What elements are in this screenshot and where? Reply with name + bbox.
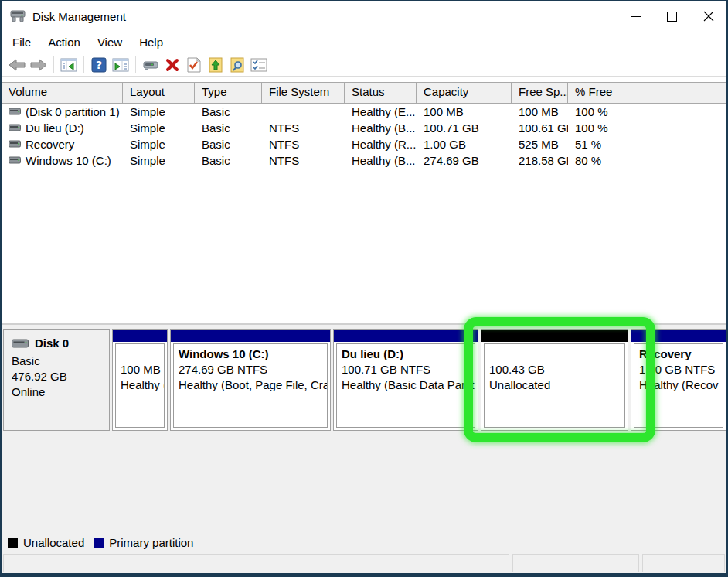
partition-name xyxy=(121,347,164,362)
legend-item-unallocated: Unallocated xyxy=(8,536,84,549)
volume-list-pane: Volume Layout Type File System Status Ca… xyxy=(2,76,726,324)
column-header-capacity[interactable]: Capacity xyxy=(417,83,512,103)
partition-status: Unallocated xyxy=(489,377,624,393)
partition-name xyxy=(489,347,624,362)
toolbar: ? xyxy=(2,53,726,77)
cell-capacity: 1.00 GB xyxy=(417,138,512,151)
folder-up-icon[interactable] xyxy=(206,56,226,74)
legend-label: Primary partition xyxy=(109,536,193,549)
volume-icon xyxy=(9,108,21,116)
partition-size: 100 MB xyxy=(121,362,164,377)
primary-partition-band xyxy=(113,330,167,342)
volume-name: Recovery xyxy=(26,138,74,151)
action-pane-icon[interactable] xyxy=(111,56,131,74)
cell-free-space: 100 MB xyxy=(512,105,568,118)
partition-name: Du lieu (D:) xyxy=(342,347,475,362)
unallocated-swatch xyxy=(8,538,18,548)
cell-capacity: 100.71 GB xyxy=(417,121,512,135)
cell-pct-free: 80 % xyxy=(568,154,662,167)
table-row[interactable]: Recovery Simple Basic NTFS Healthy (R...… xyxy=(2,136,726,152)
cell-pct-free: 100 % xyxy=(568,105,662,118)
title-bar: Disk Management xyxy=(2,1,726,32)
primary-partition-band xyxy=(171,330,330,342)
toolbar-separator xyxy=(83,56,84,73)
status-segment xyxy=(512,554,639,572)
cell-layout: Simple xyxy=(123,154,195,167)
minimize-icon xyxy=(631,16,641,17)
delete-icon[interactable] xyxy=(162,56,182,74)
column-header-volume[interactable]: Volume xyxy=(2,83,123,103)
console-tree-icon[interactable] xyxy=(59,56,79,74)
disk-name: Disk 0 xyxy=(35,336,69,351)
close-icon xyxy=(703,11,714,22)
menu-view[interactable]: View xyxy=(89,33,131,51)
maximize-button[interactable] xyxy=(654,1,690,32)
cell-status: Healthy (B... xyxy=(345,154,417,167)
partition-size: 274.69 GB NTFS xyxy=(179,362,327,377)
back-icon[interactable] xyxy=(7,56,27,74)
primary-partition-swatch xyxy=(94,538,104,548)
table-row[interactable]: Du lieu (D:) Simple Basic NTFS Healthy (… xyxy=(2,120,726,136)
volume-icon xyxy=(9,156,21,165)
cell-free-space: 100.61 GB xyxy=(512,121,568,135)
toolbar-separator xyxy=(135,56,136,73)
column-header-status[interactable]: Status xyxy=(345,83,417,103)
volume-name: Du lieu (D:) xyxy=(26,121,84,135)
partition-unallocated[interactable]: 100.43 GB Unallocated xyxy=(481,329,628,431)
cell-type: Basic xyxy=(195,121,262,135)
cell-pct-free: 51 % xyxy=(568,138,662,151)
cell-layout: Simple xyxy=(123,105,195,118)
table-row[interactable]: (Disk 0 partition 1) Simple Basic Health… xyxy=(2,104,726,120)
partition-strip: 100 MB Healthy ( Windows 10 (C:) 274.69 … xyxy=(112,329,726,431)
table-row[interactable]: Windows 10 (C:) Simple Basic NTFS Health… xyxy=(2,152,726,169)
folder-search-icon[interactable] xyxy=(227,56,247,74)
volume-table-header: Volume Layout Type File System Status Ca… xyxy=(2,82,726,104)
menu-action[interactable]: Action xyxy=(39,33,89,51)
cell-capacity: 274.69 GB xyxy=(417,154,512,167)
window-title: Disk Management xyxy=(32,10,126,23)
help-icon[interactable]: ? xyxy=(89,56,109,74)
disk0-info-box[interactable]: Disk 0 Basic 476.92 GB Online xyxy=(3,329,110,431)
partition-size: 100.71 GB NTFS xyxy=(342,362,475,377)
device-icon[interactable] xyxy=(141,56,161,74)
cell-status: Healthy (R... xyxy=(345,138,417,151)
minimize-button[interactable] xyxy=(617,1,654,32)
menu-help[interactable]: Help xyxy=(131,33,172,51)
partition-du-lieu-d[interactable]: Du lieu (D:) 100.71 GB NTFS Healthy (Bas… xyxy=(333,329,478,431)
partition-name: Windows 10 (C:) xyxy=(179,347,327,362)
partition-windows10-c[interactable]: Windows 10 (C:) 274.69 GB NTFS Healthy (… xyxy=(170,329,331,431)
close-button[interactable] xyxy=(690,1,726,32)
column-header-pct-free[interactable]: % Free xyxy=(568,83,662,103)
primary-partition-band xyxy=(631,330,726,342)
primary-partition-band xyxy=(334,330,478,342)
cell-type: Basic xyxy=(195,105,262,118)
disk-size: 476.92 GB xyxy=(12,369,109,384)
column-header-file-system[interactable]: File System xyxy=(262,83,345,103)
partition-status: Healthy ( xyxy=(121,377,164,393)
maximize-icon xyxy=(667,12,677,22)
legend: Unallocated Primary partition xyxy=(2,533,726,551)
column-header-free-space[interactable]: Free Sp... xyxy=(512,83,568,103)
column-header-type[interactable]: Type xyxy=(195,83,262,103)
column-header-layout[interactable]: Layout xyxy=(123,83,195,103)
cell-capacity: 100 MB xyxy=(417,105,512,118)
checklist-icon[interactable] xyxy=(249,56,269,74)
legend-label: Unallocated xyxy=(23,536,84,549)
status-bar xyxy=(2,552,726,574)
cell-status: Healthy (E... xyxy=(345,105,417,118)
partition-system-reserved[interactable]: 100 MB Healthy ( xyxy=(112,329,168,431)
cell-status: Healthy (B... xyxy=(345,121,417,135)
cell-pct-free: 100 % xyxy=(568,121,662,135)
menu-file[interactable]: File xyxy=(2,33,39,51)
check-document-icon[interactable] xyxy=(184,56,204,74)
cell-type: Basic xyxy=(195,138,262,151)
volume-icon xyxy=(9,124,21,132)
graphical-view-pane: Disk 0 Basic 476.92 GB Online 100 MB Hea… xyxy=(2,325,726,553)
partition-recovery[interactable]: Recovery 1.00 GB NTFS Healthy (Recov xyxy=(631,329,726,431)
partition-size: 100.43 GB xyxy=(489,362,624,377)
disk-type: Basic xyxy=(12,353,109,369)
column-header-filler xyxy=(662,83,726,103)
partition-status: Healthy (Boot, Page File, Cras xyxy=(179,377,327,393)
cell-file-system: NTFS xyxy=(262,138,345,151)
forward-icon[interactable] xyxy=(29,56,49,74)
